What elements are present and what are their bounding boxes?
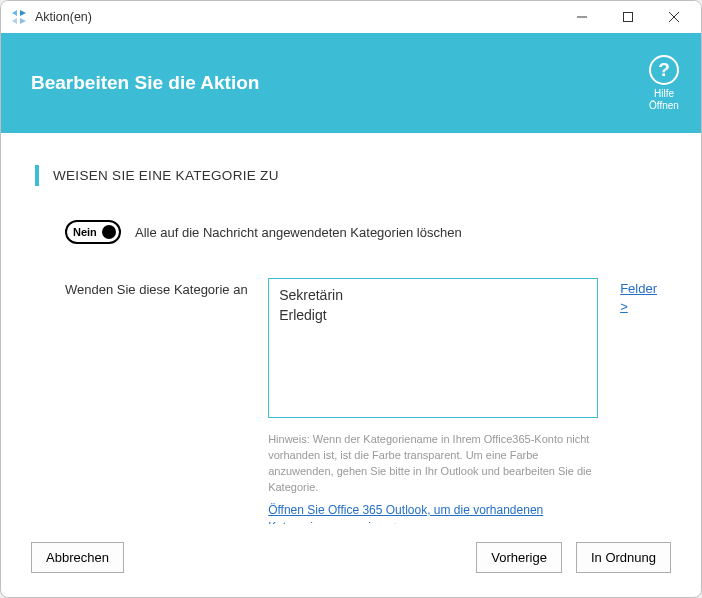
window-controls bbox=[559, 3, 697, 31]
help-button[interactable]: ? Hilfe Öffnen bbox=[649, 55, 679, 111]
category-hint: Hinweis: Wenn der Kategoriename in Ihrem… bbox=[268, 432, 598, 496]
fields-link[interactable]: Felder > bbox=[620, 280, 667, 316]
app-icon bbox=[11, 9, 27, 25]
open-outlook-link[interactable]: Öffnen Sie Office 365 Outlook, um die vo… bbox=[268, 502, 598, 524]
apply-category-label: Wenden Sie diese Kategorie an bbox=[65, 278, 250, 300]
titlebar: Aktion(en) bbox=[1, 1, 701, 33]
maximize-button[interactable] bbox=[605, 3, 651, 31]
svg-rect-1 bbox=[624, 13, 633, 22]
clear-categories-row: Nein Alle auf die Nachricht angewendeten… bbox=[65, 220, 667, 244]
cancel-button[interactable]: Abbrechen bbox=[31, 542, 124, 573]
help-label-2: Öffnen bbox=[649, 100, 679, 112]
category-input[interactable] bbox=[268, 278, 598, 418]
ok-button[interactable]: In Ordnung bbox=[576, 542, 671, 573]
clear-categories-label: Alle auf die Nachricht angewendeten Kate… bbox=[135, 225, 462, 240]
close-button[interactable] bbox=[651, 3, 697, 31]
minimize-button[interactable] bbox=[559, 3, 605, 31]
toggle-knob bbox=[102, 225, 116, 239]
toggle-state-label: Nein bbox=[70, 226, 97, 238]
window-title: Aktion(en) bbox=[35, 10, 92, 24]
page-title: Bearbeiten Sie die Aktion bbox=[31, 72, 259, 94]
help-label-1: Hilfe bbox=[649, 88, 679, 100]
content-area: WEISEN SIE EINE KATEGORIE ZU Nein Alle a… bbox=[1, 133, 701, 524]
apply-category-main: Hinweis: Wenn der Kategoriename in Ihrem… bbox=[268, 278, 598, 524]
apply-category-row: Wenden Sie diese Kategorie an Hinweis: W… bbox=[65, 278, 667, 524]
help-icon: ? bbox=[649, 55, 679, 85]
header-banner: Bearbeiten Sie die Aktion ? Hilfe Öffnen bbox=[1, 33, 701, 133]
footer: Abbrechen Vorherige In Ordnung bbox=[1, 524, 701, 597]
previous-button[interactable]: Vorherige bbox=[476, 542, 562, 573]
section-heading: WEISEN SIE EINE KATEGORIE ZU bbox=[35, 165, 667, 186]
clear-categories-toggle[interactable]: Nein bbox=[65, 220, 121, 244]
dialog-window: Aktion(en) Bearbeiten Sie die Aktion ? H… bbox=[0, 0, 702, 598]
